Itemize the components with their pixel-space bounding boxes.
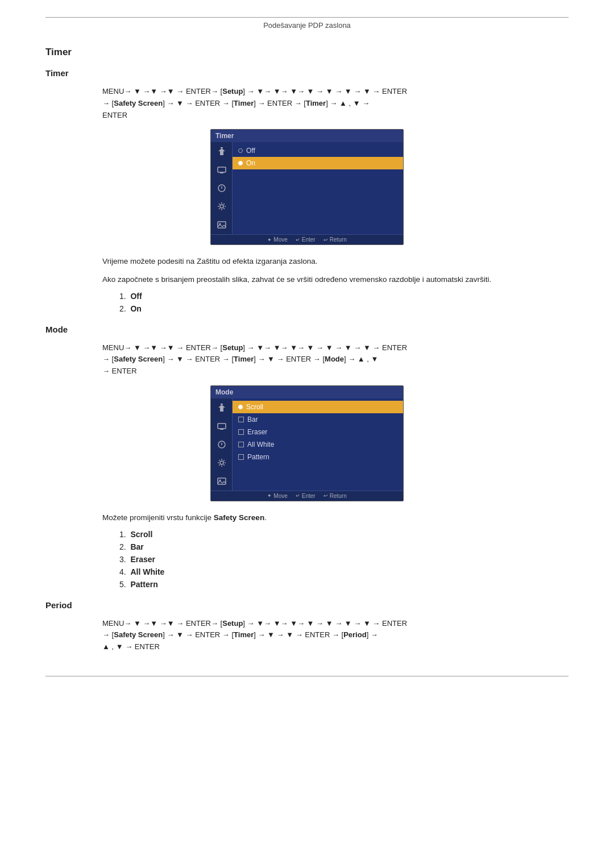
mode-nav-instruction: MENU→ ▼ →▼ →▼ → ENTER→ [Setup] → ▼→ ▼→ ▼… bbox=[102, 342, 569, 377]
mode-list: 1. Scroll 2. Bar 3. Eraser 4. All White … bbox=[119, 530, 569, 589]
footer-return: ↩ Return bbox=[323, 236, 347, 243]
option-allwhite-label: All White bbox=[247, 441, 274, 448]
page-header: Podešavanje PDP zaslona bbox=[45, 21, 569, 30]
period-title: Period bbox=[45, 600, 569, 610]
mode-icon-4 bbox=[215, 456, 228, 469]
mode-icon-2 bbox=[215, 420, 228, 433]
mode-desc-bold: Safety Screen bbox=[214, 513, 264, 522]
mode-icon-5 bbox=[215, 475, 228, 487]
timer-desc2: Ako započnete s brisanjem preostalih sli… bbox=[102, 273, 569, 286]
mode-footer-enter: ↵ Enter bbox=[296, 493, 316, 499]
bottom-border bbox=[45, 676, 569, 676]
svg-rect-1 bbox=[218, 167, 226, 172]
period-nav-instruction: MENU→ ▼ →▼ →▼ → ENTER→ [Setup] → ▼→ ▼→ ▼… bbox=[102, 618, 569, 653]
mode-scroll-label: Scroll bbox=[130, 530, 152, 539]
option-on-label: On bbox=[246, 159, 255, 167]
mode-pattern-label: Pattern bbox=[130, 580, 157, 589]
mode-menu-body: Scroll Bar Eraser All White bbox=[211, 398, 403, 491]
mode-list-item-5: 5. Pattern bbox=[119, 580, 569, 589]
check-pattern bbox=[238, 454, 244, 460]
mode-option-scroll: Scroll bbox=[233, 401, 403, 413]
svg-rect-10 bbox=[220, 429, 223, 430]
mode-screenshot: Mode bbox=[210, 385, 404, 501]
timer-off-label: Off bbox=[130, 292, 142, 301]
page-container: Podešavanje PDP zaslona Timer Timer MENU… bbox=[0, 0, 614, 868]
mode-eraser-label: Eraser bbox=[130, 555, 155, 564]
check-eraser bbox=[238, 429, 244, 435]
icon-4 bbox=[215, 200, 228, 213]
svg-point-13 bbox=[220, 461, 223, 464]
footer-enter: ↵ Enter bbox=[296, 236, 316, 243]
icon-3 bbox=[215, 182, 228, 194]
svg-rect-8 bbox=[221, 404, 223, 405]
mode-icons-col bbox=[211, 398, 233, 491]
check-allwhite bbox=[238, 442, 244, 447]
mode-list-item-3: 3. Eraser bbox=[119, 555, 569, 564]
timer-nav-instruction: MENU→ ▼ →▼ →▼ → ENTER→ [Setup] → ▼→ ▼→ ▼… bbox=[102, 86, 569, 121]
timer-option-on: On bbox=[233, 157, 403, 169]
footer-move-label: Move bbox=[273, 236, 287, 243]
section-timer-sub: Timer MENU→ ▼ →▼ →▼ → ENTER→ [Setup] → ▼… bbox=[45, 68, 569, 313]
radio-on bbox=[238, 161, 243, 165]
mode-enter-icon: ↵ bbox=[296, 493, 300, 499]
mode-menu-title: Mode bbox=[211, 386, 403, 398]
mode-option-pattern: Pattern bbox=[233, 451, 403, 463]
header-text: Podešavanje PDP zaslona bbox=[263, 21, 351, 30]
mode-title: Mode bbox=[45, 325, 569, 334]
timer-list: 1. Off 2. On bbox=[119, 292, 569, 313]
mode-option-eraser: Eraser bbox=[233, 426, 403, 438]
radio-scroll bbox=[238, 405, 243, 409]
timer-main-title: Timer bbox=[45, 47, 569, 58]
timer-options-col: Off On bbox=[233, 142, 403, 234]
enter-icon: ↵ bbox=[296, 237, 300, 243]
svg-point-5 bbox=[220, 205, 223, 208]
mode-footer-enter-label: Enter bbox=[302, 493, 316, 499]
mode-desc: Možete promijeniti vrstu funkcije Safety… bbox=[102, 512, 569, 524]
icon-1 bbox=[215, 146, 228, 158]
section-timer-main: Timer Timer MENU→ ▼ →▼ →▼ → ENTER→ [Setu… bbox=[45, 47, 569, 653]
footer-enter-label: Enter bbox=[302, 236, 316, 243]
check-bar bbox=[238, 417, 244, 422]
timer-menu-body: Off On bbox=[211, 142, 403, 234]
svg-rect-14 bbox=[218, 478, 226, 484]
radio-off bbox=[238, 148, 243, 153]
timer-list-item-1: 1. Off bbox=[119, 292, 569, 301]
option-off-label: Off bbox=[246, 147, 255, 155]
svg-rect-0 bbox=[221, 147, 223, 148]
icon-5 bbox=[215, 218, 228, 231]
timer-desc1: Vrijeme možete podesiti na Zaštitu od ef… bbox=[102, 255, 569, 268]
timer-menu-footer: ✦ Move ↵ Enter ↩ Return bbox=[211, 234, 403, 244]
timer-option-off: Off bbox=[233, 144, 403, 157]
option-pattern-label: Pattern bbox=[247, 453, 269, 461]
mode-bar-label: Bar bbox=[130, 542, 143, 551]
mode-list-item-1: 1. Scroll bbox=[119, 530, 569, 539]
mode-footer-return: ↩ Return bbox=[323, 493, 347, 499]
icon-2 bbox=[215, 164, 228, 176]
mode-list-item-4: 4. All White bbox=[119, 567, 569, 576]
timer-screenshot: Timer bbox=[210, 129, 404, 245]
timer-on-label: On bbox=[130, 304, 141, 313]
timer-list-item-2: 2. On bbox=[119, 304, 569, 313]
timer-icons-col bbox=[211, 142, 233, 234]
mode-icon-1 bbox=[215, 402, 228, 414]
mode-move-icon: ✦ bbox=[267, 493, 272, 499]
timer-menu-title: Timer bbox=[211, 130, 403, 142]
option-bar-label: Bar bbox=[247, 416, 258, 423]
svg-rect-2 bbox=[220, 172, 223, 173]
footer-move: ✦ Move bbox=[267, 236, 287, 243]
mode-options-col: Scroll Bar Eraser All White bbox=[233, 398, 403, 491]
mode-return-icon: ↩ bbox=[323, 493, 328, 499]
mode-footer-move: ✦ Move bbox=[267, 493, 287, 499]
mode-footer-return-label: Return bbox=[330, 493, 347, 499]
return-icon: ↩ bbox=[323, 237, 328, 243]
top-border bbox=[45, 17, 569, 18]
mode-menu-footer: ✦ Move ↵ Enter ↩ Return bbox=[211, 491, 403, 501]
section-mode: Mode MENU→ ▼ →▼ →▼ → ENTER→ [Setup] → ▼→… bbox=[45, 325, 569, 589]
mode-allwhite-label: All White bbox=[130, 567, 164, 576]
timer-sub-title: Timer bbox=[45, 68, 569, 78]
mode-icon-3 bbox=[215, 438, 228, 451]
move-icon: ✦ bbox=[267, 237, 272, 243]
option-eraser-label: Eraser bbox=[247, 428, 267, 436]
option-scroll-label: Scroll bbox=[246, 403, 263, 411]
section-period: Period MENU→ ▼ →▼ →▼ → ENTER→ [Setup] → … bbox=[45, 600, 569, 653]
